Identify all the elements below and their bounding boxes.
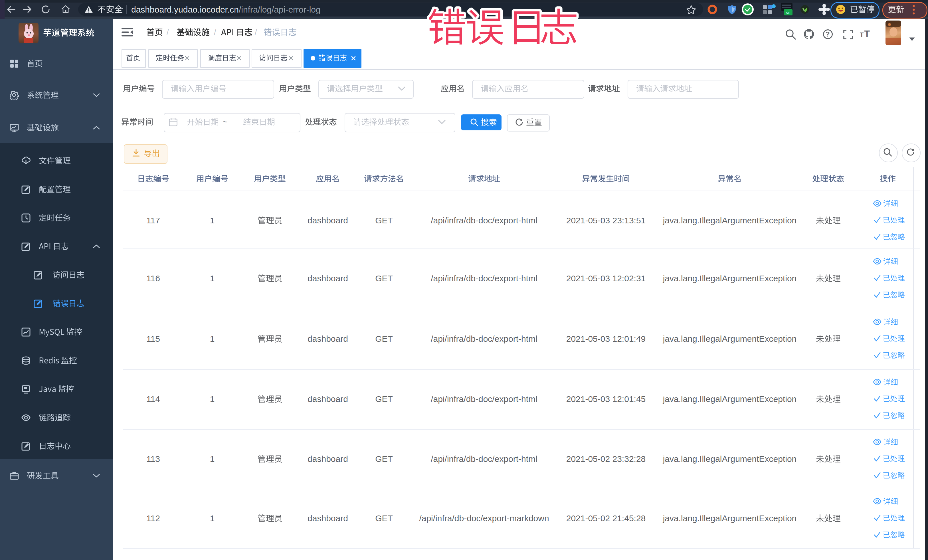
svg-text:on: on [786, 10, 790, 15]
